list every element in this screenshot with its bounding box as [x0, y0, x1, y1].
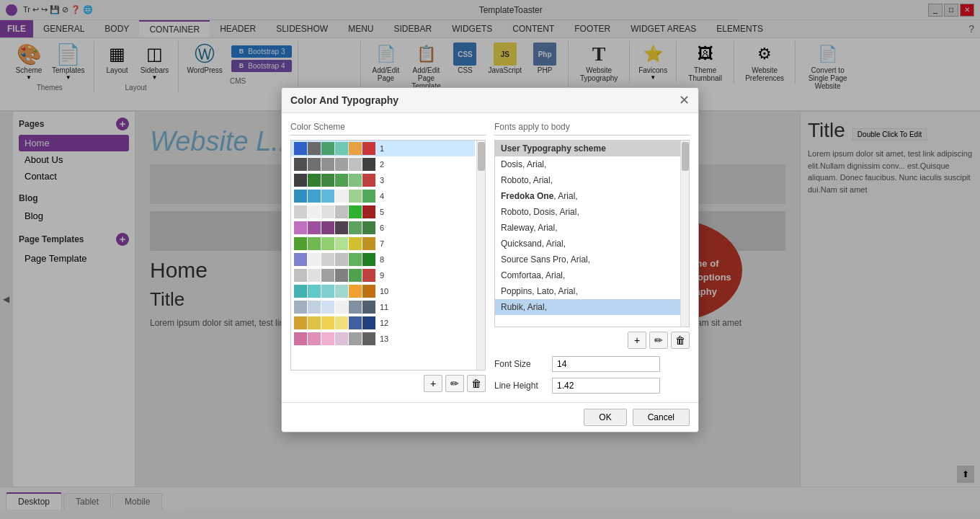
color-swatch [335, 301, 348, 314]
color-row-2[interactable]: 2 [291, 156, 475, 172]
font-item-2[interactable]: Roboto, Arial, [495, 172, 680, 188]
color-swatch [321, 158, 334, 171]
color-swatch [308, 158, 321, 171]
font-item-10[interactable]: Rubik, Arial, [495, 299, 680, 315]
color-swatch [321, 205, 334, 218]
color-swatches-4 [294, 190, 375, 203]
ok-button[interactable]: OK [584, 409, 626, 426]
cancel-button[interactable]: Cancel [633, 409, 690, 426]
color-num-7: 7 [380, 239, 394, 248]
color-row-9[interactable]: 9 [291, 267, 475, 283]
font-item-5[interactable]: Raleway, Arial, [495, 220, 680, 236]
color-swatch [362, 142, 375, 155]
color-num-11: 11 [380, 303, 394, 311]
color-swatch [349, 142, 362, 155]
font-item-9[interactable]: Poppins, Lato, Arial, [495, 283, 680, 299]
color-swatch [294, 142, 307, 155]
color-row-10[interactable]: 10 [291, 283, 475, 299]
color-swatch [335, 237, 348, 250]
color-swatch [294, 332, 307, 345]
color-row-6[interactable]: 6 [291, 220, 475, 236]
color-num-5: 5 [380, 208, 394, 216]
color-swatches-6 [294, 221, 375, 234]
color-swatch [321, 190, 334, 203]
color-swatch [362, 332, 375, 345]
color-row-13[interactable]: 13 [291, 331, 475, 347]
color-row-7[interactable]: 7 [291, 236, 475, 252]
color-swatch [321, 332, 334, 345]
color-swatches-8 [294, 253, 375, 266]
color-row-4[interactable]: 4 [291, 188, 475, 204]
color-swatch [335, 205, 348, 218]
color-swatch [349, 158, 362, 171]
font-item-6[interactable]: Quicksand, Arial, [495, 236, 680, 252]
color-row-3[interactable]: 3 [291, 172, 475, 188]
delete-color-scheme-button[interactable]: 🗑 [467, 375, 486, 392]
font-item-0[interactable]: User Typography scheme [495, 141, 680, 156]
add-font-button[interactable]: + [628, 332, 646, 349]
color-row-5[interactable]: 5 [291, 204, 475, 220]
color-swatch [335, 253, 348, 266]
color-swatches-11 [294, 301, 375, 314]
color-row-1[interactable]: 1 [291, 141, 475, 156]
color-swatches-7 [294, 237, 375, 250]
color-swatch [362, 205, 375, 218]
line-height-input[interactable] [552, 378, 660, 394]
color-swatch [335, 269, 348, 282]
fonts-list[interactable]: User Typography schemeDosis, Arial,Robot… [495, 141, 689, 327]
color-row-8[interactable]: 8 [291, 252, 475, 267]
color-swatch [294, 316, 307, 329]
color-swatch [294, 221, 307, 234]
fonts-scrollbar[interactable] [680, 141, 689, 327]
color-swatch [294, 269, 307, 282]
color-scrollbar-thumb [478, 142, 485, 171]
color-swatch [335, 190, 348, 203]
color-scheme-panel-title: Color Scheme [290, 122, 486, 136]
color-swatch [321, 253, 334, 266]
color-row-11[interactable]: 11 [291, 299, 475, 315]
color-list-container: 12345678910111213 [290, 140, 486, 371]
color-row-12[interactable]: 12 [291, 315, 475, 331]
font-item-3[interactable]: Fredoka One, Arial, [495, 188, 680, 204]
color-scrollbar[interactable] [476, 141, 485, 370]
color-swatch [349, 269, 362, 282]
color-swatch [294, 237, 307, 250]
color-swatch [321, 269, 334, 282]
font-item-1[interactable]: Dosis, Arial, [495, 156, 680, 172]
color-swatch [335, 158, 348, 171]
font-item-8[interactable]: Comfortaa, Arial, [495, 267, 680, 283]
delete-font-button[interactable]: 🗑 [671, 332, 690, 349]
font-size-input[interactable] [552, 356, 660, 372]
color-swatch [349, 332, 362, 345]
modal-close-button[interactable]: ✕ [679, 94, 690, 107]
color-num-1: 1 [380, 144, 394, 153]
font-item-4[interactable]: Roboto, Dosis, Arial, [495, 204, 680, 220]
fonts-panel-title: Fonts apply to body [494, 122, 690, 136]
font-item-7[interactable]: Source Sans Pro, Arial, [495, 252, 680, 267]
color-swatch [321, 237, 334, 250]
color-swatch [308, 269, 321, 282]
color-swatch [335, 316, 348, 329]
color-num-12: 12 [380, 319, 394, 327]
color-swatches-12 [294, 316, 375, 329]
line-height-label: Line Height [494, 381, 552, 391]
fonts-scrollbar-thumb [682, 142, 689, 171]
color-swatch [362, 316, 375, 329]
color-swatch [294, 253, 307, 266]
fonts-panel: Fonts apply to body User Typography sche… [494, 122, 690, 394]
color-swatch [321, 142, 334, 155]
fonts-list-container: User Typography schemeDosis, Arial,Robot… [494, 140, 690, 327]
color-swatch [294, 174, 307, 187]
color-swatch [362, 174, 375, 187]
edit-color-scheme-button[interactable]: ✏ [445, 375, 464, 392]
add-color-scheme-button[interactable]: + [424, 375, 442, 392]
modal-footer: OK Cancel [282, 402, 698, 432]
color-list[interactable]: 12345678910111213 [291, 141, 485, 370]
color-num-9: 9 [380, 271, 394, 280]
color-swatches-3 [294, 174, 375, 187]
color-swatch [362, 253, 375, 266]
color-num-8: 8 [380, 255, 394, 264]
edit-font-button[interactable]: ✏ [649, 332, 668, 349]
color-swatch [308, 253, 321, 266]
color-num-4: 4 [380, 192, 394, 200]
